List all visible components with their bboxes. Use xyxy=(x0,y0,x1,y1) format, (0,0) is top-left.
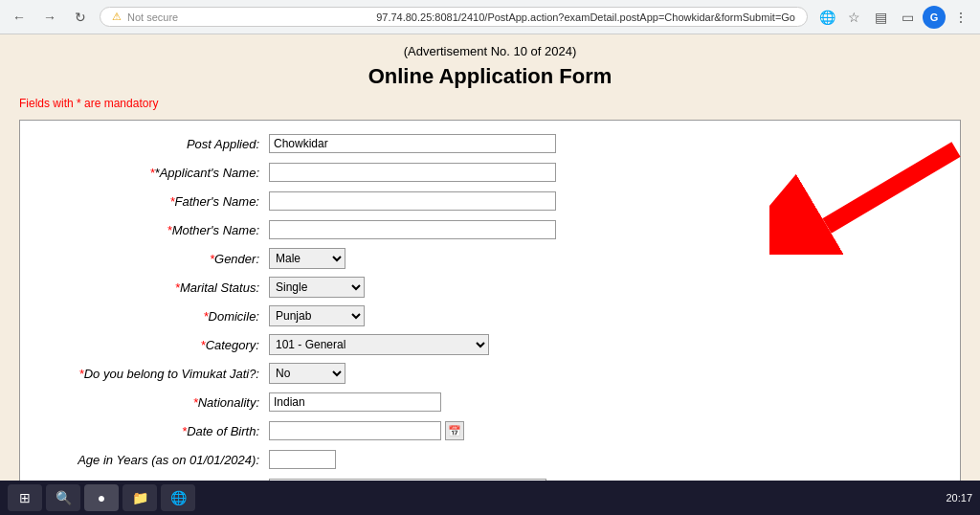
translate-button[interactable]: 🌐 xyxy=(815,6,838,29)
marital-status-select[interactable]: Single Married Divorced Widowed xyxy=(269,277,365,298)
category-label: *Category: xyxy=(39,338,269,352)
dob-label: *Date of Birth: xyxy=(39,424,269,438)
forward-button[interactable]: → xyxy=(38,6,61,29)
domicile-select[interactable]: Punjab Other xyxy=(269,305,365,326)
cast-button[interactable]: ▭ xyxy=(896,6,919,29)
calendar-button[interactable]: 📅 xyxy=(445,421,464,440)
url-address: 97.74.80.25:8081/2410/PostApp.action?exa… xyxy=(376,11,795,23)
menu-button[interactable]: ⋮ xyxy=(949,6,972,29)
vimukat-jati-select[interactable]: No Yes xyxy=(269,363,345,384)
father-name-label: *Father's Name: xyxy=(39,194,269,209)
dob-wrapper: 📅 xyxy=(269,421,464,440)
vimukat-jati-label: *Do you belong to Vimukat Jati?: xyxy=(39,367,269,381)
taskbar-edge[interactable]: 🌐 xyxy=(161,484,195,511)
category-row: *Category: 101 - General 102 - SC 103 - … xyxy=(39,333,941,356)
form-title: Online Application Form xyxy=(19,64,961,89)
nationality-label: *Nationality: xyxy=(39,395,269,410)
taskbar-time: 20:17 xyxy=(946,492,972,504)
browser-chrome: ← → ↻ ⚠ Not secure 97.74.80.25:8081/2410… xyxy=(0,0,980,34)
profile-button[interactable]: G xyxy=(923,6,946,29)
taskbar: ⊞ 🔍 ● 📁 🌐 20:17 xyxy=(0,481,980,515)
age-input[interactable] xyxy=(269,450,336,469)
url-text: Not secure xyxy=(127,11,370,23)
mother-name-row: *Mother's Name: xyxy=(39,218,941,241)
marital-status-row: *Marital Status: Single Married Divorced… xyxy=(39,276,941,299)
domicile-row: *Domicile: Punjab Other xyxy=(39,304,941,327)
extension-button[interactable]: ▤ xyxy=(869,6,892,29)
gender-row: *Gender: Male Female Other xyxy=(39,247,941,270)
post-applied-input[interactable] xyxy=(269,134,556,153)
taskbar-chrome[interactable]: ● xyxy=(84,484,119,511)
gender-select[interactable]: Male Female Other xyxy=(269,248,345,269)
vimukat-jati-row: *Do you belong to Vimukat Jati?: No Yes xyxy=(39,362,941,385)
nationality-row: *Nationality: xyxy=(39,391,941,414)
bookmark-button[interactable]: ☆ xyxy=(842,6,865,29)
browser-actions: 🌐 ☆ ▤ ▭ G ⋮ xyxy=(815,6,972,29)
dob-row: *Date of Birth: 📅 xyxy=(39,419,941,442)
advertisement-title: (Advertisement No. 10 of 2024) xyxy=(19,44,961,58)
father-name-row: *Father's Name: xyxy=(39,190,941,213)
taskbar-start[interactable]: ⊞ xyxy=(8,484,42,511)
applicant-name-label: **Applicant's Name: xyxy=(39,166,269,180)
domicile-label: *Domicile: xyxy=(39,309,269,324)
reload-button[interactable]: ↻ xyxy=(69,6,92,29)
age-row: Age in Years (as on 01/01/2024): xyxy=(39,448,941,471)
mother-name-input[interactable] xyxy=(269,220,556,239)
mother-name-label: *Mother's Name: xyxy=(39,223,269,237)
gender-label: *Gender: xyxy=(39,252,269,266)
page-content: (Advertisement No. 10 of 2024) Online Ap… xyxy=(0,34,980,515)
nationality-input[interactable] xyxy=(269,392,441,412)
mandatory-note: Fields with * are mandatory xyxy=(19,97,961,110)
taskbar-search[interactable]: 🔍 xyxy=(46,484,80,511)
warning-icon: ⚠ xyxy=(112,11,122,23)
applicant-name-input[interactable] xyxy=(269,163,556,182)
back-button[interactable]: ← xyxy=(8,6,31,29)
category-select[interactable]: 101 - General 102 - SC 103 - ST 104 - OB… xyxy=(269,334,489,355)
post-applied-label: Post Applied: xyxy=(39,137,269,151)
age-label: Age in Years (as on 01/01/2024): xyxy=(39,453,269,467)
address-bar[interactable]: ⚠ Not secure 97.74.80.25:8081/2410/PostA… xyxy=(100,7,808,27)
post-applied-row: Post Applied: xyxy=(39,132,941,155)
applicant-name-row: **Applicant's Name: xyxy=(39,161,941,184)
form-container: Post Applied: **Applicant's Name: *Fathe… xyxy=(19,120,961,515)
taskbar-explorer[interactable]: 📁 xyxy=(122,484,157,511)
marital-status-label: *Marital Status: xyxy=(39,280,269,295)
father-name-input[interactable] xyxy=(269,191,556,211)
dob-input[interactable] xyxy=(269,421,441,440)
